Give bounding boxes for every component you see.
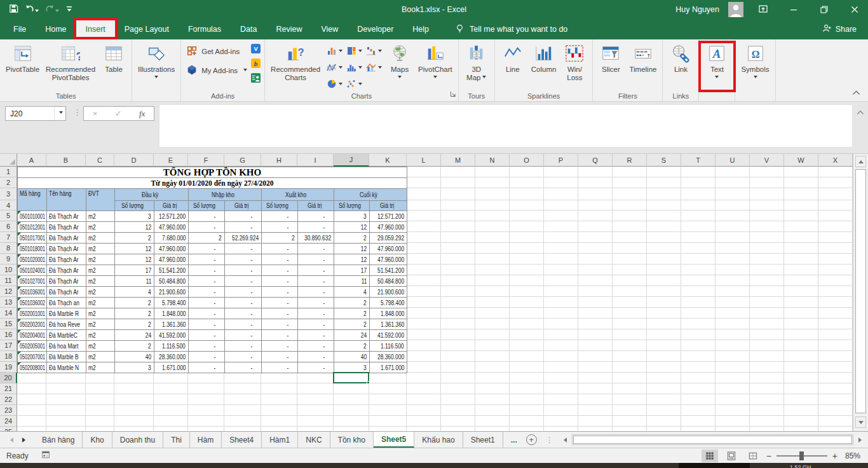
- insert-function-icon[interactable]: fx: [139, 109, 145, 119]
- cell-value[interactable]: 2: [334, 341, 370, 352]
- undo-button[interactable]: [25, 4, 39, 15]
- dialog-launcher-button[interactable]: [450, 90, 456, 99]
- cell-value[interactable]: -: [225, 352, 262, 362]
- header-so-luong[interactable]: Số lượng: [262, 201, 298, 211]
- sheet-tab-item[interactable]: ...: [503, 432, 521, 448]
- cell-value[interactable]: -: [262, 341, 298, 352]
- customize-qat-button[interactable]: [65, 4, 73, 15]
- column-header-t[interactable]: T: [681, 154, 715, 167]
- slicer-button[interactable]: Slicer: [595, 41, 626, 91]
- cell-ma-hang[interactable]: 0501024001: [18, 265, 47, 276]
- name-box-dropdown[interactable]: [54, 107, 65, 120]
- tab-review[interactable]: Review: [266, 19, 311, 39]
- cell-value[interactable]: -: [225, 244, 262, 254]
- insert-histogram-chart-button[interactable]: [344, 60, 363, 76]
- cell-value[interactable]: -: [262, 319, 298, 330]
- cell-value[interactable]: 17: [115, 265, 154, 276]
- cell-value[interactable]: 41.592.000: [370, 330, 407, 341]
- cancel-entry-icon[interactable]: ×: [93, 109, 98, 118]
- row-header-16[interactable]: 16: [0, 329, 17, 340]
- maps-button[interactable]: Maps: [384, 41, 415, 91]
- cell-value[interactable]: 47.960.000: [154, 222, 189, 233]
- minimize-button[interactable]: [783, 0, 804, 19]
- cell-value[interactable]: 5.798.400: [154, 298, 189, 308]
- cell-value[interactable]: -: [298, 341, 334, 352]
- row-header-13[interactable]: 13: [0, 297, 17, 308]
- cell-value[interactable]: -: [189, 298, 225, 308]
- restore-button[interactable]: [813, 0, 835, 19]
- header-group-label[interactable]: Nhập kho: [189, 189, 262, 201]
- row-header-7[interactable]: 7: [0, 232, 17, 243]
- cell-value[interactable]: 47.960.000: [154, 254, 189, 265]
- header-gia-tri[interactable]: Giá trị: [370, 201, 407, 211]
- user-name[interactable]: Huy Nguyen: [675, 5, 719, 14]
- cell-dvt[interactable]: m2: [86, 276, 115, 287]
- cell-value[interactable]: 40: [115, 352, 154, 362]
- cell-value[interactable]: 2: [115, 308, 154, 319]
- cell-ten-hang[interactable]: Đá Marble N: [47, 362, 86, 373]
- cell-value[interactable]: 3: [334, 211, 370, 222]
- column-header-n[interactable]: N: [475, 154, 510, 167]
- recommended-pivottables-button[interactable]: ?RecommendedPivotTables: [43, 41, 98, 91]
- sheet-tab-thi[interactable]: Thi: [163, 432, 190, 448]
- cell-value[interactable]: 1.116.500: [370, 341, 407, 352]
- cell-value[interactable]: -: [298, 298, 334, 308]
- cell-value[interactable]: 12: [115, 254, 154, 265]
- cell-value[interactable]: 40: [334, 352, 370, 362]
- cell-value[interactable]: -: [189, 308, 225, 319]
- cell-ma-hang[interactable]: 0502007001: [18, 352, 47, 362]
- cell-value[interactable]: 3: [115, 362, 154, 373]
- cell-value[interactable]: -: [225, 308, 262, 319]
- illustrations-button[interactable]: Illustrations: [135, 41, 178, 91]
- cell-value[interactable]: -: [189, 341, 225, 352]
- column-header-e[interactable]: E: [154, 154, 188, 167]
- column-header-d[interactable]: D: [114, 154, 154, 167]
- normal-view-button[interactable]: [702, 450, 718, 462]
- select-all-button[interactable]: [0, 154, 17, 167]
- column-header-h[interactable]: H: [261, 154, 297, 167]
- cell-dvt[interactable]: m2: [86, 362, 115, 373]
- row-header-3[interactable]: 3: [0, 188, 17, 200]
- row-header-9[interactable]: 9: [0, 254, 17, 265]
- cell-value[interactable]: -: [262, 298, 298, 308]
- cell-value[interactable]: -: [262, 222, 298, 233]
- column-header-w[interactable]: W: [784, 154, 818, 167]
- spreadsheet-grid[interactable]: ABCDEFGHIJKLMNOPQRSTUVWX1234567891011121…: [0, 154, 853, 431]
- insert-hierarchy-chart-button[interactable]: [344, 44, 363, 60]
- table-button[interactable]: Table: [98, 41, 129, 91]
- column-header-g[interactable]: G: [224, 154, 261, 167]
- row-header-20[interactable]: 20: [0, 373, 17, 383]
- vertical-scrollbar[interactable]: [853, 154, 868, 431]
- cell-ten-hang[interactable]: Đá Thạch Ar: [47, 222, 86, 233]
- cell-dvt[interactable]: m2: [86, 298, 115, 308]
- sheet-tab-t-n-kho[interactable]: Tồn kho: [330, 432, 374, 448]
- cell-value[interactable]: 12: [334, 222, 370, 233]
- cell-value[interactable]: -: [262, 265, 298, 276]
- tab-developer[interactable]: Developer: [348, 19, 403, 39]
- cell-value[interactable]: -: [298, 244, 334, 254]
- cell-value[interactable]: 12: [334, 254, 370, 265]
- cell-value[interactable]: -: [298, 319, 334, 330]
- cell-value[interactable]: 28.360.000: [154, 352, 189, 362]
- header-gia-tri[interactable]: Giá trị: [298, 201, 334, 211]
- column-header-i[interactable]: I: [297, 154, 334, 167]
- header-gia-tri[interactable]: Giá trị: [225, 201, 262, 211]
- sheet-tab-kh-u-hao[interactable]: Khấu hao: [414, 432, 463, 448]
- cell-dvt[interactable]: m2: [86, 341, 115, 352]
- collapse-ribbon-button[interactable]: [852, 88, 860, 97]
- row-header-4[interactable]: 4: [0, 200, 17, 210]
- cell-dvt[interactable]: m2: [86, 254, 115, 265]
- cell-value[interactable]: 17: [334, 265, 370, 276]
- cell-value[interactable]: 47.960.000: [370, 244, 407, 254]
- column-header-o[interactable]: O: [510, 154, 544, 167]
- sheet-tab-h-m[interactable]: Hàm: [190, 432, 222, 448]
- cell-ten-hang[interactable]: Đá Thạch Ar: [47, 276, 86, 287]
- header-group-label[interactable]: Xuất kho: [262, 189, 334, 201]
- cell-value[interactable]: 52.269.924: [225, 233, 262, 244]
- column-header-f[interactable]: F: [188, 154, 224, 167]
- cell-value[interactable]: -: [225, 341, 262, 352]
- cell-value[interactable]: 5.798.400: [370, 298, 407, 308]
- cell-value[interactable]: 12: [115, 244, 154, 254]
- cell-value[interactable]: -: [225, 319, 262, 330]
- tab-data[interactable]: Data: [231, 19, 266, 39]
